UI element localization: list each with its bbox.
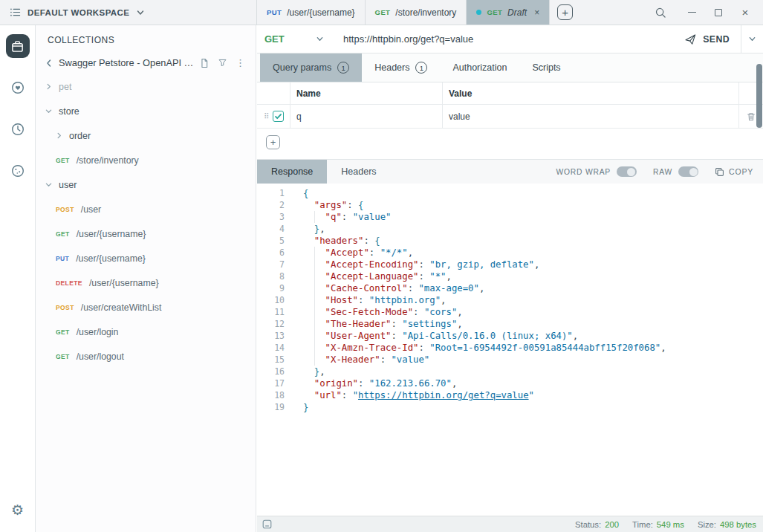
settings-button[interactable]: ⚙ — [6, 498, 30, 522]
code-text: "The-Header": "settings", — [285, 318, 463, 330]
word-wrap-toggle[interactable] — [617, 166, 637, 177]
param-value-cell[interactable]: value — [443, 105, 739, 128]
tree-folder-pet[interactable]: pet — [36, 74, 256, 99]
line-number: 18 — [257, 389, 285, 401]
workspace-selector[interactable]: DEFAULT WORKSPACE — [0, 0, 256, 25]
folder-label: pet — [59, 82, 71, 92]
titlebar-tab-draft[interactable]: GETDraft× — [467, 0, 550, 25]
cookies-nav-button[interactable] — [6, 159, 30, 183]
request-path-label: /user/{username} — [77, 229, 146, 239]
tree-request-get-store-inventory[interactable]: GET/store/inventory — [36, 148, 256, 172]
delete-icon[interactable] — [746, 111, 756, 122]
new-tab-button[interactable]: + — [557, 4, 573, 20]
time-value: 549 ms — [657, 520, 684, 529]
filter-icon[interactable] — [218, 58, 227, 68]
tree-folder-user[interactable]: user — [36, 172, 256, 197]
back-icon[interactable] — [45, 59, 53, 68]
status-value: 200 — [605, 520, 619, 529]
method-value: GET — [264, 33, 285, 45]
url-input[interactable]: https://httpbin.org/get?q=value — [334, 33, 673, 45]
copy-button[interactable]: COPY — [715, 167, 753, 177]
line-number: 14 — [257, 342, 285, 354]
send-button[interactable]: SEND — [673, 25, 741, 53]
raw-toggle[interactable] — [678, 166, 698, 177]
add-param-button[interactable]: + — [266, 135, 280, 149]
maximize-button[interactable] — [705, 0, 732, 25]
request-path-label: /user/login — [77, 327, 119, 337]
response-tab-response[interactable]: Response — [257, 160, 327, 184]
code-line: 5"headers": { — [257, 235, 763, 247]
code-text: "Accept-Language": "*", — [285, 270, 452, 282]
collection-header: Swagger Petstore - OpenAPI 3.0 ⋮ — [36, 56, 256, 74]
titlebar-tab-user-username[interactable]: PUT/user/{username} — [256, 0, 366, 25]
size-label: Size: — [698, 520, 716, 529]
code-line: 8"Accept-Language": "*", — [257, 270, 763, 282]
tree-request-post-user[interactable]: POST/user — [36, 197, 256, 221]
add-param-row: + — [257, 129, 763, 155]
line-number: 8 — [257, 270, 285, 282]
column-header-value: Value — [443, 82, 739, 104]
request-method-label: GET — [56, 353, 70, 360]
method-select[interactable]: GET — [257, 33, 334, 45]
code-line: 12"The-Header": "settings", — [257, 318, 763, 330]
duplicate-icon[interactable] — [199, 58, 210, 68]
response-tabs: ResponseHeaders — [257, 160, 391, 184]
tree-request-put-user-username[interactable]: PUT/user/{username} — [36, 246, 256, 270]
code-text: "Cache-Control": "max-age=0", — [285, 282, 484, 294]
gear-icon: ⚙ — [11, 502, 24, 519]
code-text: "url": "https://httpbin.org/get?q=value" — [285, 389, 534, 401]
send-label: SEND — [703, 34, 730, 45]
request-tab-authorization[interactable]: Authorization — [440, 53, 519, 82]
param-name-cell[interactable]: q — [290, 105, 443, 128]
request-tab-headers[interactable]: Headers1 — [362, 53, 440, 82]
search-icon[interactable] — [647, 0, 674, 25]
code-text: "Accept": "*/*", — [285, 247, 413, 259]
tree-request-get-user-logout[interactable]: GET/user/logout — [36, 344, 256, 369]
line-number: 9 — [257, 282, 285, 294]
line-number: 15 — [257, 354, 285, 366]
code-line: 11"Sec-Fetch-Mode": "cors", — [257, 306, 763, 318]
tree-folder-store[interactable]: store — [36, 99, 256, 123]
raw-group: RAW — [653, 166, 698, 177]
response-code: 1{2"args": {3"q": "value"4},5"headers": … — [257, 187, 763, 413]
favorites-nav-button[interactable] — [6, 76, 30, 100]
code-text: "q": "value" — [285, 211, 391, 223]
code-text: "X-Amzn-Trace-Id": "Root=1-6954492f-0059… — [285, 342, 666, 354]
code-text: "Accept-Encoding": "br, gzip, deflate", — [285, 259, 539, 270]
titlebar-tab-store-inventory[interactable]: GET/store/inventory — [366, 0, 467, 25]
history-clock-icon — [10, 122, 25, 137]
response-tab-headers[interactable]: Headers — [327, 160, 390, 184]
history-nav-button[interactable] — [6, 117, 30, 141]
request-tab-scripts[interactable]: Scripts — [519, 53, 573, 82]
param-enabled-checkbox[interactable] — [273, 111, 284, 122]
request-method-label: GET — [56, 328, 70, 336]
code-line: 1{ — [257, 187, 763, 199]
console-icon[interactable] — [262, 519, 272, 529]
code-text: "headers": { — [285, 235, 380, 247]
request-tab-query-params[interactable]: Query params1 — [260, 53, 362, 82]
send-options-button[interactable] — [741, 25, 763, 53]
line-number: 6 — [257, 247, 285, 259]
code-line: 6"Accept": "*/*", — [257, 247, 763, 259]
tree-folder-order[interactable]: order — [36, 123, 256, 148]
sidebar: COLLECTIONS Swagger Petstore - OpenAPI 3… — [36, 25, 256, 532]
request-path-label: /user/createWithList — [81, 302, 162, 313]
collections-nav-button[interactable] — [6, 34, 30, 58]
tree-request-post-user-createwithlist[interactable]: POST/user/createWithList — [36, 295, 256, 319]
tab-method-label: PUT — [267, 8, 282, 16]
cookie-icon — [10, 163, 25, 178]
scrollbar-thumb[interactable] — [756, 64, 762, 128]
tree-request-get-user-login[interactable]: GET/user/login — [36, 319, 256, 344]
close-button[interactable]: × — [732, 0, 759, 25]
line-number: 19 — [257, 401, 285, 413]
drag-handle-icon[interactable]: ⠿ — [264, 112, 269, 120]
column-header-name: Name — [290, 82, 443, 104]
code-text: "X-Header": "value" — [285, 354, 429, 366]
param-row: ⠿qvalue — [257, 105, 763, 129]
tree-request-delete-user-username[interactable]: DELETE/user/{username} — [36, 270, 256, 295]
status-bar: Status: 200 Time: 549 ms Size: 498 bytes — [257, 516, 763, 532]
more-options-icon[interactable]: ⋮ — [236, 58, 245, 68]
tab-close-icon[interactable]: × — [534, 7, 539, 18]
tree-request-get-user-username[interactable]: GET/user/{username} — [36, 221, 256, 246]
minimize-button[interactable] — [678, 0, 705, 25]
